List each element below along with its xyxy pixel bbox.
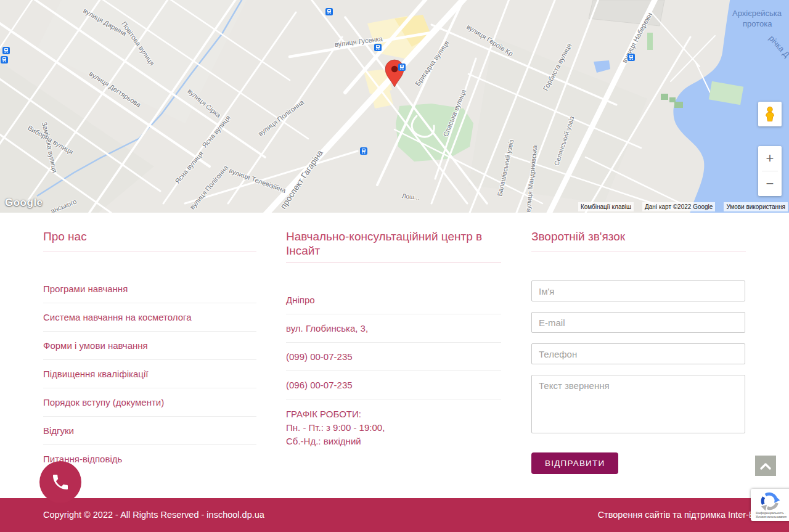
chevron-up-icon (759, 462, 772, 470)
footer-column-about: Про нас Програми навчання Система навчан… (43, 213, 256, 473)
title-divider (286, 262, 501, 263)
footer-link-programs[interactable]: Програми навчання (43, 275, 256, 303)
footer-link-system[interactable]: Система навчання на косметолога (43, 303, 256, 332)
transit-stop-icon[interactable] (325, 8, 333, 15)
pegman-control[interactable] (758, 102, 782, 126)
pegman-icon (763, 106, 777, 122)
map-attribution: Комбінації клавіш Дані карт ©2022 Google… (578, 202, 788, 211)
recaptcha-icon (759, 491, 780, 512)
google-map[interactable]: вулиця ДарвінаПовітова вулицявулиця Дегт… (0, 0, 789, 213)
recaptcha-terms-text: Условия использования (756, 515, 789, 519)
transit-stop-icon[interactable] (628, 54, 635, 61)
bottom-bar: Copyright © 2022 - All Rights Reserved -… (0, 498, 789, 532)
phone-input[interactable] (531, 343, 745, 364)
copyright-text: Copyright © 2022 - All Rights Reserved -… (43, 498, 264, 532)
contact-phone-2[interactable]: (096) 00-07-235 (286, 371, 501, 399)
scroll-to-top-button[interactable] (755, 456, 776, 476)
keyboard-shortcuts-link[interactable]: Комбінації клавіш (578, 202, 634, 211)
footer-link-admission[interactable]: Порядок вступу (документи) (43, 388, 256, 417)
name-input[interactable] (531, 280, 745, 301)
schedule-line: ГРАФІК РОБОТИ: (286, 407, 501, 421)
transit-stop-icon[interactable] (360, 147, 367, 155)
zoom-out-button[interactable]: − (758, 171, 782, 196)
title-divider (531, 252, 746, 252)
message-textarea[interactable] (531, 375, 745, 433)
terms-of-use-link[interactable]: Умови використання (724, 202, 788, 211)
transit-stop-icon[interactable] (1, 56, 8, 63)
google-logo[interactable]: Google (5, 197, 43, 209)
transit-stop-icon[interactable] (398, 63, 406, 71)
title-divider (43, 252, 256, 252)
footer-column-feedback: Зворотній зв'язок ВІДПРАВИТИ (531, 213, 746, 474)
phone-fab-button[interactable] (39, 461, 81, 503)
phone-icon (51, 472, 70, 492)
map-canvas (0, 0, 789, 213)
contact-address: вул. Глобинська, 3, (286, 314, 501, 343)
transit-stop-icon[interactable] (374, 44, 382, 51)
map-zoom-control: + − (758, 146, 782, 196)
schedule-line: Пн. - Пт.: з 9:00 - 19:00, (286, 421, 501, 435)
map-data-attribution: Дані карт ©2022 Google (642, 202, 715, 211)
footer-column-contact: Навчально-консультаційний центр в Інсайт… (286, 213, 501, 457)
footer: Про нас Програми навчання Система навчан… (0, 213, 789, 498)
contact-phone-1[interactable]: (099) 00-07-235 (286, 343, 501, 371)
footer-link-qualification[interactable]: Підвищення кваліфікації (43, 360, 256, 388)
email-input[interactable] (531, 312, 745, 333)
schedule-line: Сб.-Нд.: вихідний (286, 435, 501, 448)
footer-link-reviews[interactable]: Відгуки (43, 417, 256, 445)
developer-credit-link[interactable]: Створення сайтів та підтримка Inter-Biz (598, 498, 761, 532)
transit-stop-icon[interactable] (2, 47, 10, 54)
feedback-title: Зворотній зв'язок (531, 229, 746, 243)
recaptcha-badge[interactable]: Конфиденциальность · Условия использован… (751, 489, 789, 521)
contact-title: Навчально-консультаційний центр в Інсайт (286, 229, 501, 258)
recaptcha-privacy-text: Конфиденциальность · (756, 512, 789, 515)
contact-city: Дніпро (286, 286, 501, 314)
submit-button[interactable]: ВІДПРАВИТИ (531, 452, 618, 474)
zoom-in-button[interactable]: + (758, 146, 782, 171)
contact-schedule: ГРАФІК РОБОТИ: Пн. - Пт.: з 9:00 - 19:00… (286, 399, 501, 457)
about-title: Про нас (43, 229, 256, 243)
footer-link-forms[interactable]: Форми і умови навчання (43, 332, 256, 360)
